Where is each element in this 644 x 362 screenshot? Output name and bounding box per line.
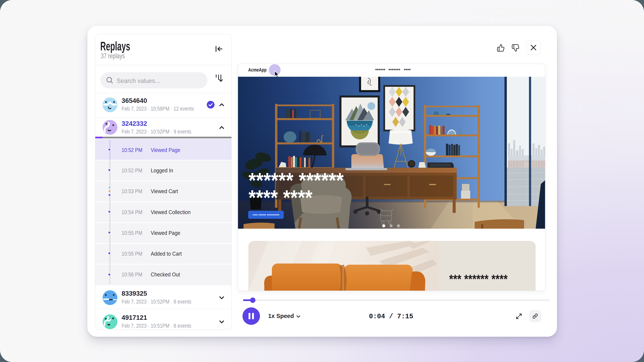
svg-text:**** ****** **********: **** ****** **********: [253, 214, 280, 217]
svg-text:**** ****: **** ****: [248, 186, 312, 209]
